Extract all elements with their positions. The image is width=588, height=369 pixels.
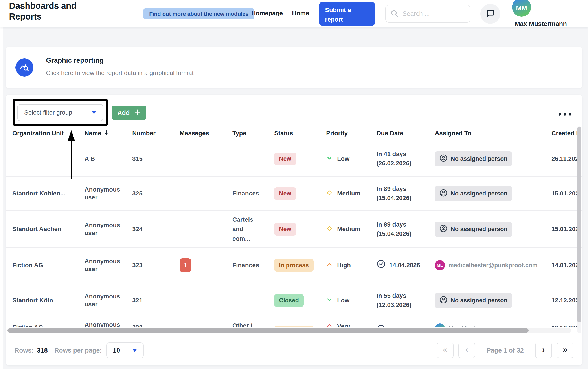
top-bar: Dashboards and Reports Find out more abo… xyxy=(0,0,588,28)
check-circle-icon xyxy=(377,259,386,271)
table-row[interactable]: Standort Aachen Anonymous user 324 Carte… xyxy=(6,211,582,248)
search-box[interactable] xyxy=(385,5,471,23)
chat-button[interactable] xyxy=(480,4,500,24)
no-assigned-person-pill: No assigned person xyxy=(435,293,512,308)
search-icon xyxy=(390,9,399,19)
chevron-down-icon xyxy=(92,111,96,114)
table-body: A B 315 New Low In 41 days (26.02.2026) xyxy=(6,141,582,327)
reports-table-card: Select filter group Add Organization Uni… xyxy=(6,94,582,366)
priority-very-high-icon xyxy=(326,322,333,327)
graphic-reporting-icon xyxy=(15,59,33,77)
table-row[interactable]: Standort Koblen... Anonymous user 325 Fi… xyxy=(6,177,582,211)
status-badge: New xyxy=(274,223,296,236)
table-footer: Rows: 318 Rows per page: 10 « ‹ Page 1 o… xyxy=(6,335,582,366)
add-button[interactable]: Add xyxy=(112,106,146,120)
status-badge: In process xyxy=(274,326,314,327)
unread-messages-badge: 1 xyxy=(179,258,191,272)
no-assigned-person-pill: No assigned person xyxy=(435,222,512,237)
assignee-avatar: MM xyxy=(435,323,445,327)
graphic-reporting-card[interactable]: Graphic reporting Click here to view the… xyxy=(6,47,582,88)
last-page-button[interactable]: » xyxy=(557,343,574,358)
table-row[interactable]: Fiction AG Anonymous user 320 Other / In… xyxy=(6,318,582,327)
status-badge: New xyxy=(274,153,296,165)
chevron-down-icon xyxy=(132,349,137,352)
pagination: « ‹ Page 1 of 32 › » xyxy=(437,343,574,358)
person-circle-icon xyxy=(439,154,448,164)
priority-low-icon xyxy=(326,155,333,163)
table-row[interactable]: Fiction AG Anonymous user 323 1 Finances… xyxy=(6,248,582,283)
column-header-number[interactable]: Number xyxy=(132,130,179,137)
table-row[interactable]: Standort Köln Anonymous user 321 Closed … xyxy=(6,283,582,318)
table-row[interactable]: A B 315 New Low In 41 days (26.02.2026) xyxy=(6,141,582,177)
avatar[interactable]: MM xyxy=(512,0,531,17)
status-badge: Closed xyxy=(274,294,304,307)
first-page-button[interactable]: « xyxy=(437,343,453,358)
column-header-organization-unit[interactable]: Organization Unit xyxy=(12,130,84,137)
plus-icon xyxy=(134,109,141,117)
horizontal-scrollbar-thumb[interactable] xyxy=(8,328,529,333)
person-circle-icon xyxy=(439,189,448,199)
next-page-button[interactable]: › xyxy=(535,343,552,358)
assignee-email: medicalhester@punkproof.com xyxy=(449,262,537,269)
column-header-status[interactable]: Status xyxy=(274,130,326,137)
more-options-button[interactable] xyxy=(557,111,573,117)
rows-count: 318 xyxy=(37,347,48,354)
column-header-priority[interactable]: Priority xyxy=(326,130,377,137)
column-header-messages[interactable]: Messages xyxy=(179,130,232,137)
submit-report-button[interactable]: Submit a report xyxy=(319,2,375,26)
previous-page-button[interactable]: ‹ xyxy=(458,343,475,358)
app-screen: Dashboards and Reports Find out more abo… xyxy=(0,0,588,369)
search-input[interactable] xyxy=(402,10,464,17)
no-assigned-person-pill: No assigned person xyxy=(435,151,512,166)
page-title: Dashboards and Reports xyxy=(9,0,104,22)
priority-medium-icon xyxy=(326,225,333,233)
column-header-type[interactable]: Type xyxy=(232,130,274,137)
table-header-row: Organization Unit Name Number Messages T… xyxy=(6,126,582,141)
priority-medium-icon xyxy=(326,190,333,198)
graphic-reporting-title: Graphic reporting xyxy=(46,57,104,64)
no-assigned-person-pill: No assigned person xyxy=(435,186,512,201)
sort-descending-icon xyxy=(104,130,109,137)
nav-homepage[interactable]: Homepage xyxy=(251,10,283,17)
chat-bubble-icon xyxy=(485,8,495,19)
priority-high-icon xyxy=(326,261,333,269)
graphic-reporting-subtitle: Click here to view the report data in a … xyxy=(46,70,194,77)
filter-group-select-value: Select filter group xyxy=(24,109,92,116)
person-circle-icon xyxy=(439,296,448,306)
filter-group-select[interactable]: Select filter group xyxy=(17,104,104,121)
column-header-due-date[interactable]: Due Date xyxy=(377,130,435,137)
rows-label: Rows: xyxy=(14,347,34,354)
new-modules-banner[interactable]: Find out more about the new modules xyxy=(144,8,254,19)
rows-per-page-value: 10 xyxy=(113,347,120,354)
assignee-name: Max Mustermann xyxy=(449,325,497,328)
page-status: Page 1 of 32 xyxy=(487,347,524,354)
column-header-assigned-to[interactable]: Assigned To xyxy=(435,130,551,137)
add-button-label: Add xyxy=(117,109,130,117)
rows-per-page-select[interactable]: 10 xyxy=(106,342,144,358)
horizontal-scrollbar[interactable] xyxy=(8,328,571,333)
person-circle-icon xyxy=(439,224,448,234)
rows-per-page-label: Rows per page: xyxy=(54,347,102,354)
user-name: Max Mustermann xyxy=(515,20,572,28)
status-badge: In process xyxy=(274,259,314,272)
vertical-scrollbar[interactable] xyxy=(577,126,581,333)
check-circle-icon xyxy=(377,324,386,327)
nav-home[interactable]: Home xyxy=(292,10,309,17)
assignee-avatar: ME xyxy=(435,260,445,270)
window-gutter xyxy=(0,28,3,369)
vertical-scrollbar-thumb[interactable] xyxy=(577,127,581,322)
column-header-name[interactable]: Name xyxy=(84,130,132,137)
status-badge: New xyxy=(274,187,296,200)
priority-low-icon xyxy=(326,297,333,305)
